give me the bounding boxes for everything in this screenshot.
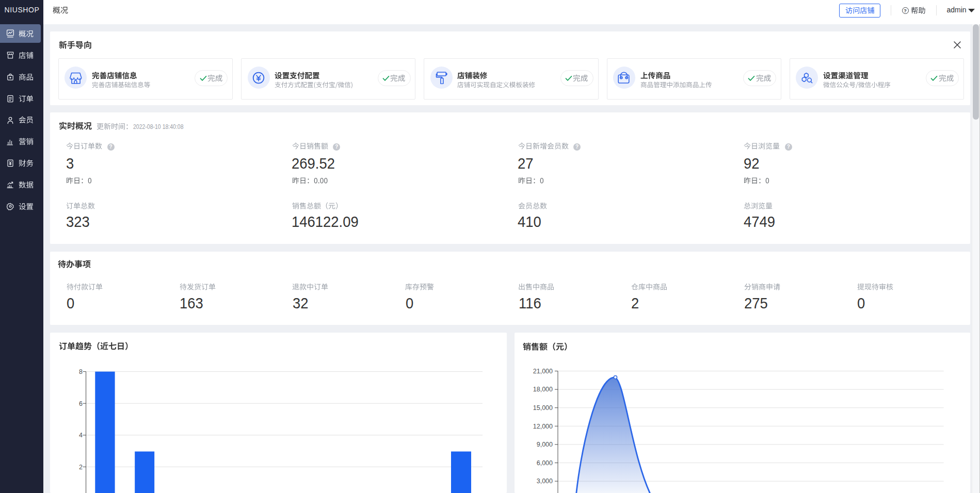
svg-text:18,000: 18,000 [533,386,553,393]
svg-text:15,000: 15,000 [533,404,553,412]
svg-text:4: 4 [79,432,83,439]
svg-text:6,000: 6,000 [537,459,553,467]
svg-text:9,000: 9,000 [537,441,553,448]
svg-text:2: 2 [79,464,83,471]
svg-text:12,000: 12,000 [533,423,553,430]
svg-text:21,000: 21,000 [533,368,553,375]
svg-text:3,000: 3,000 [537,478,553,485]
svg-text:6: 6 [79,400,83,407]
svg-text:8: 8 [79,368,83,375]
